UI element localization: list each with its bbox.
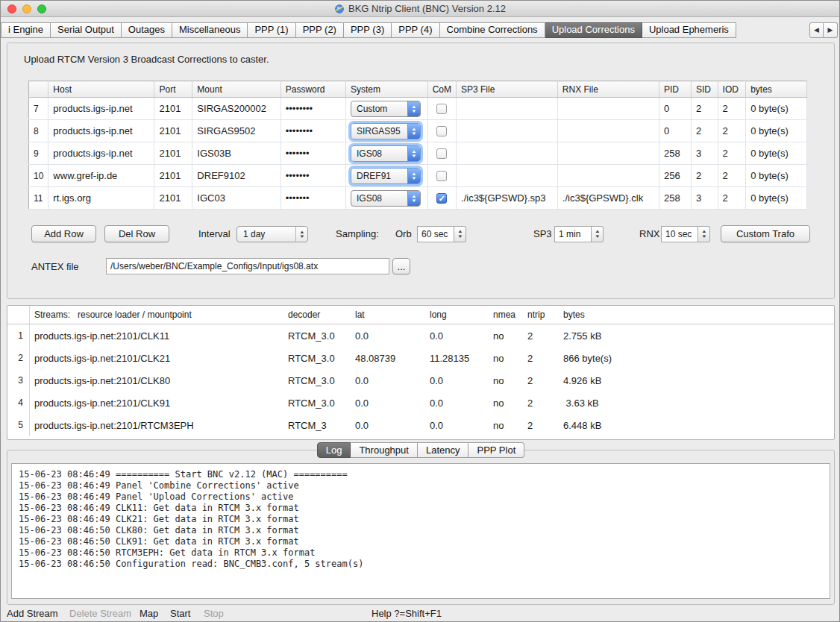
- tab-scroll-left-button[interactable]: ◀: [809, 22, 824, 38]
- com-checkbox[interactable]: ✓: [436, 171, 447, 181]
- iod-cell[interactable]: 2: [718, 98, 746, 120]
- tab-ppp-plot[interactable]: PPP Plot: [468, 442, 524, 458]
- tab-i-engine[interactable]: i Engine: [1, 22, 51, 38]
- log-line: 15-06-23 08:46:50 CLK80: Get data in RTC…: [19, 525, 823, 536]
- system-dropdown[interactable]: IGS08 ▲▼: [351, 145, 421, 162]
- iod-cell[interactable]: 2: [718, 187, 746, 210]
- port-cell[interactable]: 2101: [154, 187, 192, 210]
- del-row-button[interactable]: Del Row: [104, 225, 169, 242]
- tab-throughput[interactable]: Throughput: [351, 442, 418, 458]
- sp3-file-cell[interactable]: [457, 120, 558, 142]
- tab-ppp-1[interactable]: PPP (1): [248, 22, 295, 38]
- pid-cell[interactable]: 0: [659, 120, 691, 142]
- sid-cell[interactable]: 2: [691, 120, 718, 142]
- sp3-file-cell[interactable]: ./ic3${GPSWD}.sp3: [457, 187, 558, 210]
- host-cell[interactable]: products.igs-ip.net: [48, 142, 154, 165]
- start-button[interactable]: Start: [170, 608, 190, 619]
- tab-serial-output[interactable]: Serial Output: [51, 22, 122, 38]
- stream-row[interactable]: 5 products.igs-ip.net:2101/RTCM3EPH RTCM…: [7, 414, 834, 436]
- host-cell[interactable]: products.igs-ip.net: [48, 120, 154, 142]
- host-cell[interactable]: products.igs-ip.net: [48, 98, 154, 120]
- tab-combine-corrections[interactable]: Combine Corrections: [440, 22, 545, 38]
- tab-upload-corrections[interactable]: Upload Corrections: [545, 22, 642, 38]
- port-cell[interactable]: 2101: [154, 98, 192, 120]
- custom-trafo-button[interactable]: Custom Trafo: [721, 225, 810, 242]
- password-cell[interactable]: •••••••: [280, 142, 345, 165]
- iod-cell[interactable]: 2: [718, 120, 746, 142]
- port-cell[interactable]: 2101: [154, 165, 192, 187]
- add-row-button[interactable]: Add Row: [31, 225, 96, 242]
- sid-cell[interactable]: 2: [691, 98, 718, 120]
- stream-row[interactable]: 2 products.igs-ip.net:2101/CLK21 RTCM_3.…: [7, 347, 834, 369]
- port-cell[interactable]: 2101: [154, 120, 192, 142]
- mount-cell[interactable]: SIRGAS200002: [192, 98, 280, 120]
- com-checkbox[interactable]: ✓: [436, 148, 447, 159]
- tab-scroll-right-button[interactable]: ▶: [824, 22, 838, 38]
- rnx-file-cell[interactable]: ./ic3${GPSWD}.clk: [557, 187, 659, 210]
- mount-cell[interactable]: SIRGAS9502: [192, 120, 280, 142]
- upload-table: Host Port Mount Password System CoM SP3 …: [28, 81, 807, 210]
- sid-cell[interactable]: 2: [691, 165, 718, 187]
- zoom-button[interactable]: [37, 4, 46, 13]
- stream-row[interactable]: 4 products.igs-ip.net:2101/CLK91 RTCM_3.…: [7, 392, 834, 414]
- iod-cell[interactable]: 2: [718, 165, 746, 187]
- tab-outages[interactable]: Outages: [122, 22, 172, 38]
- bytes-cell: 0 byte(s): [746, 165, 807, 187]
- com-checkbox[interactable]: ✓: [436, 193, 447, 204]
- tab-ppp-4[interactable]: PPP (4): [392, 22, 439, 38]
- popup-stepper-icon: ▲▼: [407, 146, 420, 161]
- pid-cell[interactable]: 258: [659, 187, 691, 210]
- com-checkbox[interactable]: ✓: [436, 126, 447, 136]
- stream-row[interactable]: 1 products.igs-ip.net:2101/CLK11 RTCM_3.…: [7, 324, 834, 347]
- pid-cell[interactable]: 258: [659, 142, 691, 165]
- interval-value: 1 day: [237, 227, 295, 242]
- sid-cell[interactable]: 3: [691, 187, 718, 210]
- system-dropdown[interactable]: IGS08 ▲▼: [351, 190, 421, 207]
- system-dropdown[interactable]: DREF91 ▲▼: [351, 168, 421, 184]
- sp3-file-cell[interactable]: [457, 98, 558, 120]
- interval-dropdown[interactable]: 1 day ▲▼: [236, 226, 308, 242]
- rnx-file-cell[interactable]: [557, 98, 659, 120]
- map-button[interactable]: Map: [140, 608, 158, 619]
- iod-cell[interactable]: 2: [718, 142, 746, 165]
- sp3-file-cell[interactable]: [457, 165, 558, 187]
- tab-upload-ephemeris[interactable]: Upload Ephemeris: [642, 22, 736, 38]
- close-button[interactable]: [7, 4, 16, 13]
- host-cell[interactable]: www.gref-ip.de: [48, 165, 154, 187]
- host-cell[interactable]: rt.igs.org: [48, 187, 154, 210]
- antex-browse-button[interactable]: ...: [392, 258, 410, 274]
- antex-file-input[interactable]: [106, 258, 389, 274]
- stream-row[interactable]: 3 products.igs-ip.net:2101/CLK80 RTCM_3.…: [7, 369, 834, 392]
- password-cell[interactable]: •••••••: [280, 165, 345, 187]
- tab-miscellaneous[interactable]: Miscellaneous: [172, 22, 248, 38]
- scroll-right-icon: ▶: [828, 26, 833, 34]
- add-stream-button[interactable]: Add Stream: [7, 608, 58, 619]
- sp3-sampling-spinbox[interactable]: 1 min ▲▼: [554, 226, 604, 242]
- stream-row-number: 2: [12, 347, 30, 369]
- com-checkbox[interactable]: ✓: [436, 104, 447, 114]
- rnx-file-cell[interactable]: [557, 142, 659, 165]
- tab-ppp-3[interactable]: PPP (3): [344, 22, 392, 38]
- system-dropdown[interactable]: SIRGAS95 ▲▼: [351, 123, 421, 139]
- system-dropdown[interactable]: Custom ▲▼: [351, 101, 421, 117]
- orb-sampling-spinbox[interactable]: 60 sec ▲▼: [417, 226, 466, 242]
- pid-cell[interactable]: 256: [659, 165, 691, 187]
- sp3-file-cell[interactable]: [457, 142, 558, 165]
- tab-latency[interactable]: Latency: [418, 442, 469, 458]
- port-cell[interactable]: 2101: [154, 142, 192, 165]
- tab-log[interactable]: Log: [317, 442, 351, 458]
- password-cell[interactable]: ••••••••: [280, 120, 345, 142]
- rnx-file-cell[interactable]: [557, 120, 659, 142]
- mount-cell[interactable]: DREF9102: [192, 165, 280, 187]
- rnx-file-cell[interactable]: [557, 165, 659, 187]
- rnx-sampling-spinbox[interactable]: 10 sec ▲▼: [661, 226, 710, 242]
- log-output[interactable]: 15-06-23 08:46:49 ========== Start BNC v…: [11, 463, 830, 599]
- mount-cell[interactable]: IGS03B: [192, 142, 280, 165]
- sid-cell[interactable]: 3: [691, 142, 718, 165]
- pid-cell[interactable]: 0: [659, 98, 691, 120]
- password-cell[interactable]: •••••••: [280, 187, 345, 210]
- tab-ppp-2[interactable]: PPP (2): [296, 22, 344, 38]
- password-cell[interactable]: ••••••••: [280, 98, 345, 120]
- mount-cell[interactable]: IGC03: [192, 187, 280, 210]
- minimize-button[interactable]: [22, 4, 31, 13]
